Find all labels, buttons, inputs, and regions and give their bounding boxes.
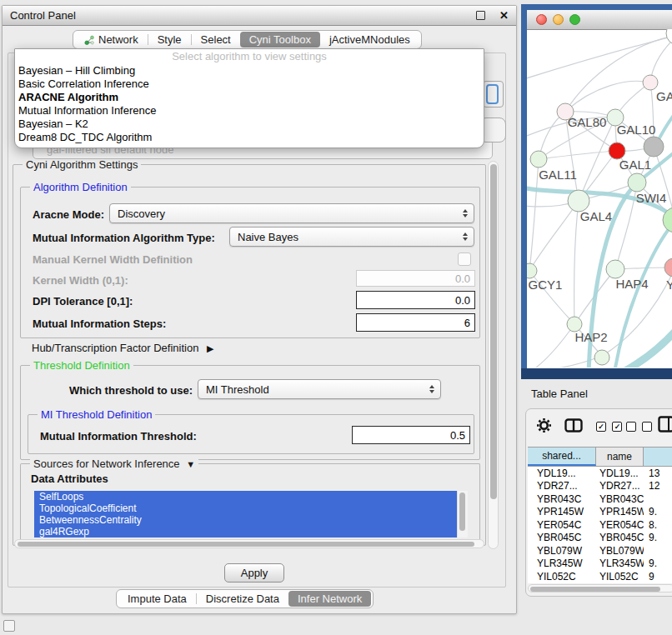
sources-group: Sources for Network Inference ▼ Data Att… [20,463,480,541]
network-edge[interactable] [529,159,539,271]
algorithm-option[interactable]: Basic Correlation Inference [15,78,484,91]
tab-cyni-toolbox[interactable]: Cyni Toolbox [240,32,320,48]
data-attributes-label: Data Attributes [31,472,108,485]
table-row[interactable]: YDR27...YDR27...12 [528,480,672,493]
mi-type-combo[interactable]: Naive Bayes [229,227,474,247]
dpi-tolerance-field[interactable]: 0.0 [356,291,475,309]
which-threshold-combo[interactable]: MI Threshold [198,379,441,399]
network-node[interactable] [644,137,664,157]
kernel-width-field[interactable]: 0.0 [356,270,475,287]
screenshot-root: Control Panel ✕ Network Style Select [0,0,672,635]
network-node[interactable] [609,142,625,159]
table-cell: YPR145W [528,506,596,518]
network-edge[interactable] [565,81,650,112]
tab-network[interactable]: Network [75,32,148,48]
network-node[interactable] [527,263,537,278]
close-traffic-light[interactable] [536,14,547,25]
network-window-bottom-frame [521,368,672,379]
table-row[interactable]: YLR345WYLR345W9. [528,558,672,571]
apply-button[interactable]: Apply [224,563,284,582]
algorithm-option[interactable]: Mutual Information Inference [15,104,484,118]
mi-steps-field[interactable]: 6 [356,313,475,332]
hub-definition-toggle[interactable]: Hub/Transcription Factor Definition ▶ [32,342,213,354]
network-canvas[interactable]: GALGAL80GAL10GAL1GAL11SWI4GAL4GCY1HAP4YH… [527,29,672,368]
tab-label: jActiveMNodules [329,33,410,46]
algorithm-option[interactable]: Dream8 DC_TDC Algorithm [15,131,484,144]
table-row[interactable]: YBR043CYBR043C [528,492,672,506]
table-row[interactable]: YIL052CYIL052C9 [528,570,672,583]
table-horizontal-scrollbar[interactable] [528,584,672,592]
data-attribute-item[interactable]: BetweennessCentrality [34,514,458,526]
float-window-icon[interactable] [476,11,485,20]
hide-columns-icon[interactable] [626,422,652,437]
zoom-traffic-light[interactable] [569,14,580,25]
network-edge[interactable] [579,118,615,201]
aracne-mode-combo[interactable]: Discovery [109,203,474,223]
network-svg: GALGAL80GAL10GAL1GAL11SWI4GAL4GCY1HAP4YH… [527,29,672,368]
tab-infer-network[interactable]: Infer Network [288,591,371,607]
column-header-cut[interactable] [644,448,672,466]
network-node[interactable] [643,75,658,90]
network-node[interactable] [628,173,646,192]
tab-impute-data[interactable]: Impute Data [118,591,196,607]
tab-select[interactable]: Select [192,32,240,48]
table-cell: 13 [644,468,672,479]
network-node[interactable] [530,151,547,168]
table-row[interactable]: YDL19...YDL19...13 [528,467,672,480]
algorithm-combo-spinner-fragment[interactable] [483,81,504,108]
sources-group-title[interactable]: Sources for Network Inference ▼ [30,458,198,470]
algorithm-option[interactable]: ARACNE Algorithm [15,91,484,104]
network-node[interactable] [594,350,609,365]
algorithm-option[interactable]: Bayesian – Hill Climbing [15,64,484,78]
network-node[interactable] [666,29,672,45]
data-attributes-list: SelfLoopsTopologicalCoefficientBetweenne… [34,491,468,538]
column-header-shared[interactable]: shared... [528,448,596,466]
mi-threshold-value: 0.5 [450,429,465,442]
network-edge[interactable] [529,201,579,271]
network-node-label: GAL1 [619,158,651,172]
which-threshold-label: Which threshold to use: [69,384,193,397]
checked-box-icon: ✓ [596,422,606,432]
network-node-label: Y [666,278,672,292]
mi-threshold-field[interactable]: 0.5 [352,426,470,444]
table-panel-title: Table Panel [531,388,588,400]
threshold-definition-group: Threshold Definition Which threshold to … [20,365,480,460]
tab-style[interactable]: Style [148,32,191,48]
table-cell: YER054C [528,519,596,531]
gear-icon[interactable] [536,418,552,433]
new-column-icon[interactable] [658,416,672,433]
settings-horizontal-scrollbar[interactable] [14,539,484,548]
close-icon[interactable]: ✕ [499,10,509,21]
table-row[interactable]: YPR145WYPR145W9. [528,506,672,519]
attributes-scrollbar[interactable] [457,491,468,538]
network-edge[interactable] [574,201,579,324]
table-row[interactable]: YBL079WYBL079W [528,544,672,558]
collapse-down-icon[interactable]: ▼ [186,459,195,469]
tab-label: Style [158,33,182,46]
manual-kernel-checkbox[interactable] [458,252,471,266]
collapsed-panel-icon[interactable] [3,620,15,632]
table-row[interactable]: YBR045CYBR045C9. [528,532,672,545]
network-edge[interactable] [527,324,574,368]
tab-jactivemnodules[interactable]: jActiveMNodules [320,32,419,48]
show-columns-icon[interactable]: ✓ ✓ [596,422,622,437]
split-columns-icon[interactable] [564,418,584,433]
table-cell: YBL079W [528,545,596,557]
table-header: shared... name [528,448,672,467]
network-node[interactable] [664,258,672,277]
network-node[interactable] [606,260,624,278]
minimize-traffic-light[interactable] [553,14,564,25]
column-header-name[interactable]: name [596,448,644,466]
combo-arrows-icon [463,209,468,218]
algorithm-option[interactable]: Bayesian – K2 [15,118,484,131]
tab-discretize-data[interactable]: Discretize Data [197,591,288,607]
data-attribute-item[interactable]: SelfLoops [34,491,458,502]
table-row[interactable]: YER054CYER054C8. [528,518,672,532]
data-attribute-item[interactable]: TopologicalCoefficient [34,502,458,514]
table-cell: 9 [644,571,672,582]
data-attribute-item[interactable]: gal4RGexp [34,526,458,538]
network-edge[interactable] [539,151,617,159]
expand-right-icon[interactable]: ▶ [207,343,213,353]
settings-group-title: Cyni Algorithm Settings [23,158,141,171]
settings-vertical-scrollbar[interactable] [488,161,499,549]
